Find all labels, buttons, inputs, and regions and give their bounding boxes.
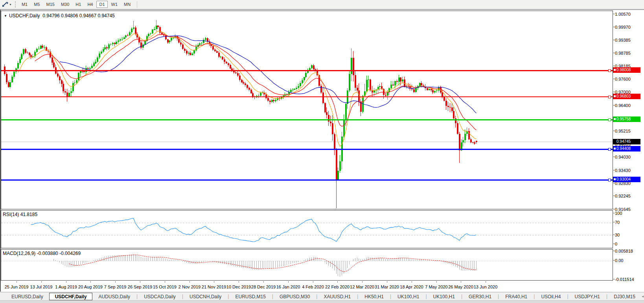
candle-body (191, 54, 193, 55)
price-line-badge: 0.94745 (613, 139, 640, 144)
candle-body (135, 28, 136, 34)
candle-body (396, 81, 398, 82)
dropdown-caret-icon[interactable]: ▼ (9, 3, 12, 6)
rsi-panel[interactable]: RSI(14) 41.8185 (1, 210, 613, 248)
candle-body (110, 44, 112, 44)
candle-body (127, 35, 129, 36)
timeframe-button-d1[interactable]: D1 (96, 1, 107, 8)
price-axis[interactable]: 1.005700.999700.993850.987850.981850.976… (613, 10, 644, 292)
macd-axis-label: -0.011514 (615, 277, 634, 282)
main-chart-panel[interactable]: ▼USDCHF,Daily 0.94796 0.94806 0.94667 0.… (1, 11, 613, 209)
candle-body (104, 47, 106, 50)
candle-body (169, 41, 170, 42)
rsi-label: RSI(14) 41.8185 (3, 212, 37, 217)
timeframe-buttons: M1M5M15M30H1H4D1W1MN (18, 1, 134, 8)
candle-body (121, 39, 123, 40)
date-axis[interactable]: 25 Jun 201913 Jul 20191 Aug 201920 Aug 2… (1, 281, 613, 292)
candle-body (25, 49, 26, 52)
chart-tab-uk100-h1[interactable]: UK100,H1 (427, 293, 461, 300)
hline-0.93004[interactable] (1, 179, 613, 181)
candle-body (372, 91, 373, 93)
candle-body (214, 50, 216, 51)
chart-tab-eurusd-daily[interactable]: EURUSD,Daily (6, 293, 49, 300)
chart-tab-audusd-daily[interactable]: AUDUSD,Daily (92, 293, 136, 300)
candle-body (447, 106, 449, 107)
candle-body (82, 71, 83, 72)
candle-body (201, 43, 202, 43)
candle-body (23, 49, 24, 54)
chart-tab-gbpusd-m30[interactable]: GBPUSD,M30 (274, 293, 316, 300)
chart-cursor-icon[interactable] (2, 1, 9, 7)
candle-body (72, 83, 74, 91)
chart-tab-uk100-h1[interactable]: UK100,H1 (392, 293, 425, 300)
candle-body (239, 76, 241, 80)
hline-0.96803[interactable] (1, 96, 613, 98)
chart-tab-usoil-h4[interactable]: USOil,H4 (535, 293, 567, 300)
timeframe-button-m5[interactable]: M5 (31, 1, 42, 8)
candle-body (76, 80, 77, 83)
candle-body (167, 39, 169, 42)
chart-tab-fra40-h1[interactable]: FRA40,H1 (499, 293, 533, 300)
candle-body (328, 115, 329, 122)
title-caret-icon: ▼ (4, 14, 7, 18)
candle-body (345, 104, 347, 120)
timeframe-button-m1[interactable]: M1 (19, 1, 30, 8)
candle-body (243, 82, 244, 83)
candlestick-chart[interactable] (1, 11, 613, 209)
chart-tab-usdjpy-h1[interactable]: USDJPY,H1 (569, 293, 606, 300)
candle-body (451, 107, 453, 111)
candle-body (101, 52, 102, 54)
candle-body (131, 29, 132, 32)
chart-tab-dj30-m15[interactable]: DJ30,M15 (608, 293, 641, 300)
tab-scroll-buttons: ◄► (641, 295, 644, 298)
price-axis-label: 0.93430 (615, 168, 631, 173)
tab-scroll-left-icon[interactable]: ◄ (641, 295, 644, 298)
date-tick (17, 281, 17, 283)
candle-body (358, 91, 360, 101)
chart-tab-xauusd-h1[interactable]: XAUUSD,H1 (318, 293, 357, 300)
date-tick (263, 281, 264, 283)
date-axis-label: 20 Aug 2019 (78, 285, 103, 289)
candle-body (27, 53, 28, 53)
candle-body (91, 66, 93, 68)
rsi-axis-label: 100 (615, 211, 622, 216)
chart-tab-usdcad-daily[interactable]: USDCAD,Daily (138, 293, 182, 300)
chart-tab-hk50-h1[interactable]: HK50,H1 (359, 293, 390, 300)
price-axis-label: 0.95215 (615, 129, 631, 133)
candle-body (292, 90, 294, 90)
hline-0.94408[interactable] (1, 148, 613, 150)
hline-0.95758[interactable] (1, 118, 613, 121)
candle-body (357, 88, 358, 91)
candle-body (85, 68, 87, 72)
candle-body (184, 49, 186, 51)
candle-body (180, 42, 182, 45)
chart-tab-usdcnh-daily[interactable]: USDCNH,Daily (184, 293, 227, 300)
candle-body (66, 92, 68, 97)
timeframe-button-m30[interactable]: M30 (58, 1, 72, 8)
candle-body (258, 96, 259, 96)
timeframe-button-m15[interactable]: M15 (44, 1, 57, 8)
candle-body (161, 33, 163, 35)
mid-ma-line (35, 35, 477, 130)
timeframe-button-w1[interactable]: W1 (109, 1, 121, 8)
candle-body (332, 123, 333, 134)
date-axis-label: 2 Nov 2019 (178, 285, 201, 289)
macd-panel[interactable]: MACD(12,26,9) -0.003880 -0.004269 (1, 249, 613, 281)
candle-body (400, 78, 401, 81)
chart-tab-ger30-h1[interactable]: GER30,H1 (463, 293, 497, 300)
timeframe-button-h1[interactable]: H1 (73, 1, 84, 8)
candle-body (212, 46, 214, 50)
candle-body (248, 88, 250, 90)
candle-body (156, 26, 157, 29)
candle-body (205, 38, 206, 40)
candle-body (385, 95, 386, 96)
candle-body (370, 79, 371, 91)
candle-body (394, 81, 396, 85)
timeframe-button-h4[interactable]: H4 (85, 1, 96, 8)
chart-tab-usdchf-daily[interactable]: USDCHF,Daily (49, 293, 93, 300)
date-axis-label: 13 Jun 2020 (474, 285, 498, 289)
macd-signal-line (69, 255, 477, 272)
timeframe-button-mn[interactable]: MN (121, 1, 133, 8)
chart-tab-eurusd-m15[interactable]: EURUSD,M15 (229, 293, 271, 300)
rsi-line (31, 218, 477, 242)
